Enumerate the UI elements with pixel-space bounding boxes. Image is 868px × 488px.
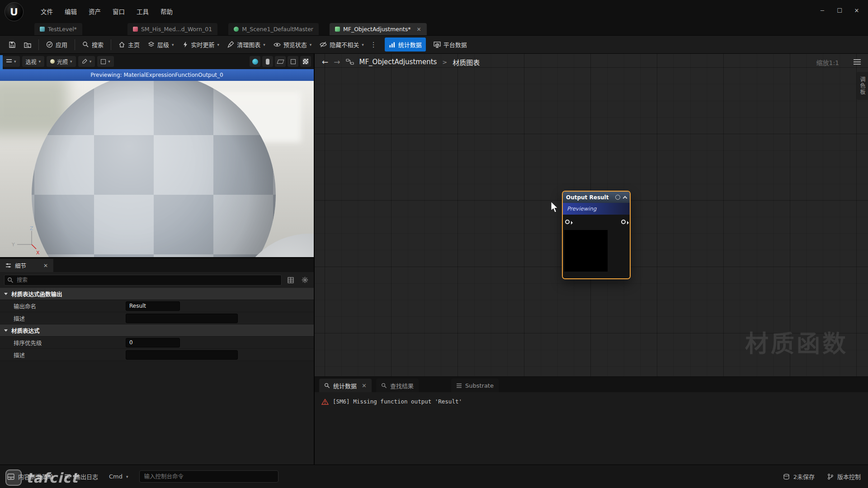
tab-static-mesh[interactable]: SM_His_Med...d_Worn_01 bbox=[127, 23, 217, 35]
platform-stats-button[interactable]: 平台数据 bbox=[429, 38, 471, 52]
details-search-input[interactable] bbox=[4, 275, 282, 286]
view-size-dropdown[interactable]: ▾ bbox=[97, 56, 114, 67]
property-row-description-2: 描述 bbox=[0, 349, 314, 361]
home-button[interactable]: 主页 bbox=[114, 38, 144, 52]
toolbar-separator bbox=[75, 39, 75, 50]
property-row-description-1: 描述 bbox=[0, 312, 314, 324]
back-arrow-icon[interactable]: ← bbox=[322, 57, 328, 66]
tab-testlevel[interactable]: TestLevel* bbox=[34, 23, 82, 35]
source-control-button[interactable]: 版本控制 bbox=[827, 472, 861, 481]
chevron-down-icon: ▾ bbox=[108, 59, 110, 64]
details-search-wrap bbox=[4, 275, 282, 286]
chevron-down-icon: ▾ bbox=[310, 42, 312, 47]
live-update-button[interactable]: 实时更新 ▾ bbox=[178, 38, 224, 52]
tab-material-function[interactable]: MF_ObjectAdjustments* ✕ bbox=[330, 23, 427, 35]
stats-tab[interactable]: 统计数据 ✕ bbox=[319, 379, 372, 392]
unreal-logo-icon[interactable]: U bbox=[5, 2, 24, 21]
cube-icon bbox=[291, 59, 296, 64]
clean-graph-button[interactable]: 清理图表 ▾ bbox=[223, 38, 269, 52]
minimize-button[interactable]: ─ bbox=[815, 5, 830, 16]
preview-state-button[interactable]: 预览状态 ▾ bbox=[269, 38, 316, 52]
preview-mesh-buttons bbox=[250, 56, 311, 67]
search-button[interactable]: 搜索 bbox=[78, 38, 108, 52]
gear-icon[interactable] bbox=[300, 275, 310, 285]
preview-cube-button[interactable] bbox=[288, 56, 298, 67]
node-output-pin[interactable] bbox=[621, 220, 626, 224]
stats-tab-close-icon[interactable]: ✕ bbox=[362, 382, 367, 389]
output-name-field[interactable] bbox=[126, 301, 180, 311]
section-material-expression[interactable]: 材质表达式 bbox=[0, 324, 314, 337]
viewport-options-button[interactable]: ▾ bbox=[3, 56, 20, 67]
chevron-down-icon: ▾ bbox=[39, 59, 41, 64]
branch-icon bbox=[827, 474, 834, 480]
browse-asset-button[interactable] bbox=[20, 38, 35, 51]
menu-tools[interactable]: 工具 bbox=[131, 4, 154, 19]
description-field-2[interactable] bbox=[126, 350, 238, 360]
close-button[interactable]: ✕ bbox=[849, 5, 864, 16]
menu-file[interactable]: 文件 bbox=[35, 4, 58, 19]
preview-sphere-button[interactable] bbox=[250, 56, 260, 67]
property-label: 描述 bbox=[0, 351, 126, 359]
warning-row[interactable]: [SM6] Missing function output 'Result' bbox=[321, 398, 861, 405]
stats-button[interactable]: 统计数据 bbox=[385, 38, 426, 52]
stats-dock-panel: 统计数据 ✕ 查找结果 Substrate [SM6] M bbox=[315, 376, 868, 465]
stats-panel-tabs: 统计数据 ✕ 查找结果 Substrate bbox=[315, 377, 868, 392]
asset-tab-bar: TestLevel* SM_His_Med...d_Worn_01 M_Scen… bbox=[0, 22, 868, 35]
cmd-dropdown[interactable]: Cmd ▾ bbox=[109, 473, 128, 480]
property-label: 输出命名 bbox=[0, 302, 126, 310]
console-command-input[interactable] bbox=[139, 470, 278, 483]
save-button[interactable] bbox=[5, 38, 20, 51]
tab-material-master[interactable]: M_Scene1_DefaultMaster bbox=[228, 23, 319, 35]
tab-close-icon[interactable]: ✕ bbox=[416, 26, 421, 33]
perspective-dropdown[interactable]: 选视 ▾ bbox=[22, 56, 45, 67]
details-tab[interactable]: 细节 ✕ bbox=[0, 259, 53, 272]
show-flags-dropdown[interactable]: ▾ bbox=[78, 56, 95, 67]
warning-triangle-icon bbox=[321, 399, 329, 405]
preview-mesh-button[interactable] bbox=[300, 56, 311, 67]
apply-button[interactable]: 应用 bbox=[42, 38, 71, 52]
hamburger-icon[interactable] bbox=[854, 59, 861, 65]
content-drawer-icon bbox=[7, 474, 14, 480]
find-results-tab[interactable]: 查找结果 bbox=[376, 379, 419, 392]
preview-render-area[interactable]: Z Y X bbox=[0, 81, 314, 257]
preview-cylinder-button[interactable] bbox=[262, 56, 273, 67]
static-mesh-icon bbox=[133, 27, 138, 32]
sliders-icon bbox=[5, 263, 11, 268]
node-preview-toggle-icon[interactable] bbox=[615, 195, 620, 200]
menu-edit[interactable]: 编辑 bbox=[59, 4, 82, 19]
menu-window[interactable]: 窗口 bbox=[107, 4, 130, 19]
layers-icon bbox=[148, 41, 155, 48]
material-graph-canvas[interactable]: ← → MF_ObjectAdjustments > 材质图表 缩放1:1 调色… bbox=[315, 54, 868, 465]
menu-help[interactable]: 帮助 bbox=[155, 4, 178, 19]
content-drawer-button[interactable]: 内容侧滑菜单 bbox=[7, 472, 53, 481]
lit-mode-dropdown[interactable]: 光照 ▾ bbox=[47, 56, 76, 67]
display-filter-icon[interactable] bbox=[286, 275, 296, 285]
palette-side-tab[interactable]: 调色板 bbox=[857, 72, 868, 100]
node-input-pin[interactable] bbox=[565, 220, 570, 224]
details-close-icon[interactable]: ✕ bbox=[43, 263, 48, 269]
hide-unrelated-button[interactable]: 隐藏不相关 ▾ bbox=[316, 38, 368, 52]
hierarchy-button[interactable]: 层级 ▾ bbox=[144, 38, 178, 52]
output-log-button[interactable]: 输出日志 bbox=[64, 472, 98, 481]
node-header[interactable]: Output Result bbox=[563, 192, 630, 203]
section-function-output[interactable]: 材质表达式函数输出 bbox=[0, 288, 314, 300]
chevron-down-icon: ▾ bbox=[126, 474, 128, 479]
breadcrumb-current[interactable]: 材质图表 bbox=[453, 57, 480, 67]
chevron-up-icon[interactable] bbox=[623, 196, 627, 201]
forward-arrow-icon[interactable]: → bbox=[334, 57, 340, 66]
stats-chart-icon bbox=[389, 42, 396, 48]
output-result-node[interactable]: Output Result Previewing bbox=[562, 191, 631, 279]
sort-priority-field[interactable] bbox=[126, 338, 180, 347]
frame-icon bbox=[101, 59, 106, 64]
viewport-options-icon bbox=[6, 59, 12, 64]
menu-asset[interactable]: 资产 bbox=[83, 4, 106, 19]
substrate-tab[interactable]: Substrate bbox=[451, 379, 499, 392]
toolbar-overflow-button[interactable]: ⋮ bbox=[368, 38, 379, 52]
svg-text:X: X bbox=[36, 250, 40, 255]
maximize-button[interactable]: ☐ bbox=[832, 5, 847, 16]
breadcrumb-root[interactable]: MF_ObjectAdjustments bbox=[359, 58, 437, 66]
unsaved-button[interactable]: 2未保存 bbox=[783, 472, 815, 481]
status-bar-right: 2未保存 版本控制 bbox=[783, 472, 861, 481]
preview-plane-button[interactable] bbox=[275, 56, 286, 67]
description-field-1[interactable] bbox=[126, 314, 238, 323]
